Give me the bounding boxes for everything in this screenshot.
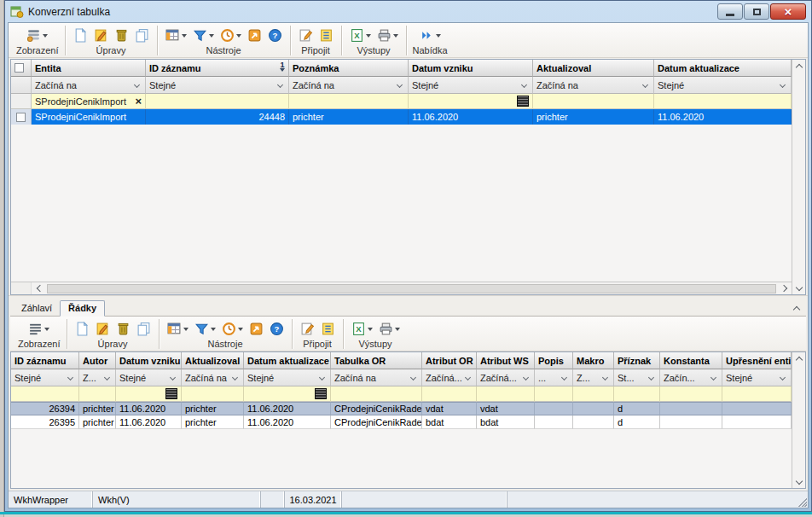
bottom-grid-header-tabulka-or[interactable]: Tabulka OR [331,352,422,369]
calendar-picker-icon[interactable] [315,388,327,399]
filter-input-poznamka[interactable] [289,94,409,109]
bottom-grid-header-priznak[interactable]: Příznak [614,352,660,369]
filter-op-tabulka-or[interactable]: Začíná na [331,369,422,386]
filter-input[interactable] [11,386,79,402]
bottom-grid-header-makro[interactable]: Makro [573,352,614,369]
history-dropdown-button[interactable] [220,321,245,337]
filter-input-aktualizoval[interactable] [533,94,654,109]
table-row[interactable]: 26394 prichter 11.06.2020 prichter 11.06… [11,402,792,415]
bottom-grid-header-id-zaznamu[interactable]: ID záznamu [11,352,79,369]
help-button[interactable] [268,321,286,337]
help-button[interactable] [266,27,284,44]
top-grid-header-datum-vzniku[interactable]: Datum vzniku [409,60,533,77]
attach-edit-button[interactable] [299,321,316,337]
title-bar[interactable]: Konverzní tabulka [5,1,811,22]
filter-input[interactable] [660,386,722,402]
filter-op-datum-aktualizace[interactable]: Stejné [654,77,792,94]
filter-dropdown-button[interactable] [193,321,218,337]
horizontal-scrollbar[interactable] [11,282,792,294]
history-dropdown-button[interactable] [218,27,243,44]
delete-record-button[interactable] [113,27,130,44]
filter-op-atribut-or[interactable]: Začíná... [422,369,477,386]
checkbox-icon[interactable] [16,113,26,122]
filter-dropdown-button[interactable] [191,27,216,44]
filter-input[interactable] [422,386,477,402]
filter-input[interactable] [535,386,573,402]
filter-op-atribut-ws[interactable]: Začíná... [477,369,535,386]
filter-input-id-zaznamu[interactable] [146,94,289,109]
scroll-down-button[interactable] [792,475,806,488]
filter-op-aktualizoval[interactable]: Začíná na [182,369,244,386]
print-dropdown-button[interactable] [375,27,400,44]
edit-record-button[interactable] [94,321,112,337]
copy-record-button[interactable] [135,321,153,337]
excel-export-dropdown-button[interactable] [350,321,374,337]
scroll-down-button[interactable] [792,282,806,294]
checkbox-icon[interactable] [14,63,24,73]
table-tools-dropdown-button[interactable] [164,27,188,44]
tab-zahlavi[interactable]: Záhlaví [14,301,60,316]
filter-input[interactable] [722,386,792,402]
top-grid-header-entita[interactable]: Entita [32,60,146,77]
scroll-up-button[interactable] [792,60,806,73]
filter-input-datum-aktualizace[interactable] [244,386,331,402]
vertical-scrollbar[interactable] [792,60,805,294]
filter-input[interactable] [331,386,422,402]
filter-input[interactable] [573,386,614,402]
copy-record-button[interactable] [133,27,151,44]
tab-radky[interactable]: Řádky [60,300,105,317]
minimize-button[interactable] [717,3,743,20]
menu-dropdown-button[interactable] [418,27,443,44]
resize-grip[interactable] [797,497,807,507]
bottom-grid-header-aktualizoval[interactable]: Aktualizoval [182,352,244,369]
filter-op-upresneni-entity[interactable]: Stejné [722,369,792,386]
bottom-grid-header-upresneni-entity[interactable]: Upřesnění entity [722,352,792,369]
filter-op-aktualizoval[interactable]: Začíná na [533,77,654,94]
vertical-scrollbar[interactable] [792,352,805,488]
new-record-button[interactable] [73,321,91,337]
attach-list-button[interactable] [319,321,337,337]
bottom-grid-header-atribut-ws[interactable]: Atribut WS [477,352,535,369]
top-grid-header-aktualizoval[interactable]: Aktualizoval [533,60,654,77]
table-row[interactable]: 26395 prichter 11.06.2020 prichter 11.06… [11,415,792,429]
row-checkbox-cell[interactable] [11,109,32,125]
new-record-button[interactable] [72,27,90,44]
filter-op-datum-vzniku[interactable]: Stejné [116,369,182,386]
top-grid-header-poznamka[interactable]: Poznámka [289,60,409,77]
calendar-picker-icon[interactable] [165,388,177,399]
attach-edit-button[interactable] [297,27,315,44]
top-grid-header-id-zaznamu[interactable]: ID záznamu 1 [146,60,289,77]
bottom-grid-header-konstanta[interactable]: Konstanta [660,352,722,369]
select-all-checkbox-cell[interactable] [11,60,32,77]
top-grid-selected-row[interactable]: SProdejniCenikImport 24448 prichter 11.0… [11,109,792,125]
attach-list-button[interactable] [317,27,335,44]
filter-op-poznamka[interactable]: Začíná na [289,77,409,94]
export-button[interactable] [247,321,265,337]
filter-input-entita[interactable]: SProdejniCenikImport [32,94,146,109]
edit-record-button[interactable] [92,27,110,44]
export-button[interactable] [246,27,264,44]
scroll-right-button[interactable] [778,282,792,295]
clear-filter-icon[interactable] [135,95,142,107]
view-dropdown-button[interactable] [26,321,51,337]
scroll-left-button[interactable] [32,282,45,295]
filter-op-priznak[interactable]: St... [614,369,660,386]
bottom-grid-header-atribut-or[interactable]: Atribut OR [422,352,477,369]
filter-op-konstanta[interactable]: Začín... [660,369,722,386]
bottom-grid-header-datum-vzniku[interactable]: Datum vzniku [116,352,182,369]
filter-op-id-zaznamu[interactable]: Stejné [146,77,289,94]
top-grid-header-datum-aktualizace[interactable]: Datum aktualizace [654,60,792,77]
filter-op-id-zaznamu[interactable]: Stejné [11,369,79,386]
scroll-up-button[interactable] [792,352,806,365]
filter-op-entita[interactable]: Začíná na [32,77,146,94]
print-dropdown-button[interactable] [377,321,402,337]
bottom-grid-header-datum-aktualizace[interactable]: Datum aktualizace [244,352,331,369]
scrollbar-thumb[interactable] [47,284,776,293]
filter-op-autor[interactable]: Z... [79,369,116,386]
filter-op-datum-aktualizace[interactable]: Stejné [244,369,331,386]
filter-op-makro[interactable]: Z... [573,369,614,386]
view-dropdown-button[interactable] [25,27,49,44]
collapse-panel-button[interactable] [789,301,804,315]
filter-input[interactable] [477,386,535,402]
filter-op-popis[interactable]: ... [535,369,573,386]
